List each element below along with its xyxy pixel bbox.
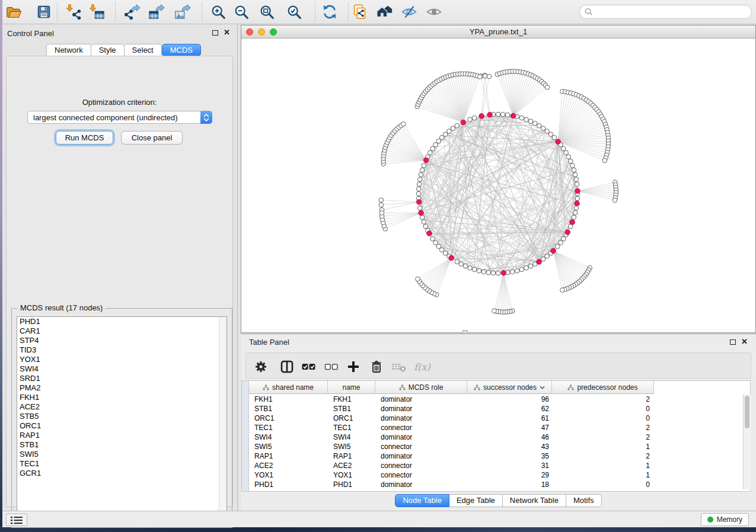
export-image-icon[interactable]: [174, 3, 192, 21]
table-cell[interactable]: 1: [552, 442, 654, 451]
tab-network[interactable]: Network: [46, 44, 91, 56]
column-header-name[interactable]: name: [328, 381, 375, 394]
table-row[interactable]: ACE2ACE2connector311: [249, 461, 654, 470]
tab-network-table[interactable]: Network Table: [503, 494, 566, 507]
table-cell[interactable]: dominator: [375, 414, 467, 423]
zoom-in-icon[interactable]: [209, 3, 227, 21]
close-table-panel-icon[interactable]: ✕: [741, 339, 748, 345]
search-field[interactable]: [579, 5, 752, 19]
table-cell[interactable]: ACE2: [249, 461, 328, 470]
table-row[interactable]: FKH1FKH1dominator962: [249, 395, 654, 404]
close-panel-button[interactable]: Close panel: [121, 131, 183, 145]
tab-select[interactable]: Select: [125, 44, 162, 56]
table-cell[interactable]: 2: [552, 451, 654, 461]
table-scrollbar[interactable]: [743, 395, 751, 489]
mcds-result-item[interactable]: FKH1: [17, 393, 227, 402]
table-cell[interactable]: FKH1: [328, 395, 375, 404]
table-cell[interactable]: 0: [552, 480, 654, 489]
mcds-result-list[interactable]: PHD1CAR1STP4TID3YOX1SWI4SRD1PMA2FKH1ACE2…: [17, 316, 227, 524]
mcds-result-item[interactable]: PMA2: [17, 383, 227, 393]
import-table-icon[interactable]: [88, 3, 106, 21]
show-panel-eye-icon[interactable]: [425, 3, 443, 21]
table-cell[interactable]: dominator: [375, 451, 467, 461]
tab-style[interactable]: Style: [91, 44, 125, 56]
table-cell[interactable]: SWI5: [328, 442, 375, 451]
network-canvas[interactable]: [241, 39, 755, 332]
import-network-icon[interactable]: [65, 3, 82, 21]
settings-gear-icon[interactable]: [253, 359, 269, 374]
show-columns-icon[interactable]: [279, 359, 295, 374]
select-all-icon[interactable]: [301, 359, 317, 374]
column-header-predecessor-nodes[interactable]: predecessor nodes: [552, 381, 654, 394]
table-row[interactable]: STB1STB1dominator620: [249, 404, 654, 414]
unselect-all-icon[interactable]: [324, 359, 339, 374]
table-cell[interactable]: 31: [467, 461, 552, 470]
table-cell[interactable]: 2: [552, 423, 654, 432]
table-cell[interactable]: FKH1: [249, 395, 328, 404]
table-cell[interactable]: ACE2: [328, 461, 375, 470]
tab-edge-table[interactable]: Edge Table: [449, 494, 503, 507]
mcds-result-item[interactable]: STB5: [17, 412, 227, 421]
mcds-result-item[interactable]: STB1: [17, 440, 227, 450]
network-window-titlebar[interactable]: YPA_prune.txt_1: [241, 25, 755, 39]
mcds-result-item[interactable]: RAP1: [17, 431, 227, 440]
task-history-button[interactable]: [6, 514, 27, 526]
mcds-result-item[interactable]: YOX1: [17, 355, 227, 364]
mcds-result-item[interactable]: GCR1: [17, 469, 227, 478]
tab-mcds[interactable]: MCDS: [162, 44, 201, 56]
table-cell[interactable]: SWI5: [249, 442, 328, 451]
table-cell[interactable]: SWI4: [249, 432, 328, 442]
table-cell[interactable]: YOX1: [249, 470, 328, 480]
optimization-criterion-select[interactable]: largest connected component (undirected): [27, 111, 212, 124]
table-cell[interactable]: TEC1: [249, 423, 328, 432]
tab-node-table[interactable]: Node Table: [395, 494, 449, 507]
table-cell[interactable]: 43: [467, 442, 552, 451]
table-cell[interactable]: 47: [467, 423, 552, 432]
mcds-result-item[interactable]: SWI5: [17, 450, 227, 459]
mcds-result-item[interactable]: STP4: [17, 336, 227, 345]
mcds-result-item[interactable]: TEC1: [17, 459, 227, 469]
table-cell[interactable]: RAP1: [249, 451, 328, 461]
table-cell[interactable]: 0: [552, 414, 654, 423]
hide-panel-eye-slash-icon[interactable]: [400, 3, 418, 21]
table-cell[interactable]: SWI4: [328, 432, 375, 442]
table-cell[interactable]: STB1: [328, 404, 375, 414]
memory-button[interactable]: Memory: [701, 513, 749, 526]
mcds-result-item[interactable]: ORC1: [17, 421, 227, 431]
table-cell[interactable]: 29: [467, 470, 552, 480]
table-cell[interactable]: dominator: [375, 480, 467, 489]
table-cell[interactable]: 35: [467, 451, 552, 461]
table-cell[interactable]: 1: [552, 470, 654, 480]
delete-row-trash-icon[interactable]: [369, 359, 384, 374]
float-table-panel-icon[interactable]: [730, 339, 736, 345]
homes-icon[interactable]: [376, 3, 394, 21]
run-mcds-button[interactable]: Run MCDS: [56, 131, 113, 145]
result-list-scrollbar[interactable]: [219, 317, 227, 523]
table-cell[interactable]: 0: [552, 404, 654, 414]
tab-motifs[interactable]: Motifs: [566, 494, 602, 507]
mcds-result-item[interactable]: PHD1: [17, 317, 227, 326]
export-network-icon[interactable]: [123, 3, 141, 21]
clone-network-icon[interactable]: [351, 3, 369, 21]
mcds-result-item[interactable]: TID3: [17, 345, 227, 355]
column-header-shared-name[interactable]: shared name: [249, 381, 328, 394]
table-cell[interactable]: 96: [467, 395, 552, 404]
mcds-result-item[interactable]: SWI4: [17, 364, 227, 374]
table-cell[interactable]: dominator: [375, 432, 467, 442]
column-header-successor-nodes[interactable]: successor nodes: [467, 381, 552, 394]
zoom-out-icon[interactable]: [232, 3, 250, 21]
open-session-icon[interactable]: [5, 3, 23, 21]
table-row[interactable]: YOX1YOX1connector291: [249, 470, 654, 480]
table-row[interactable]: PHD1PHD1dominator180: [249, 480, 654, 489]
mcds-result-item[interactable]: ACE2: [17, 402, 227, 412]
mcds-result-item[interactable]: CAR1: [17, 326, 227, 336]
mcds-result-item[interactable]: SRD1: [17, 374, 227, 383]
table-row[interactable]: RAP1RAP1dominator352: [249, 451, 654, 461]
search-input[interactable]: [595, 8, 751, 16]
table-cell[interactable]: dominator: [375, 395, 467, 404]
table-cell[interactable]: connector: [375, 423, 467, 432]
table-cell[interactable]: 2: [552, 395, 654, 404]
table-cell[interactable]: connector: [375, 442, 467, 451]
save-session-icon[interactable]: [35, 3, 53, 21]
column-header-mcds-role[interactable]: MCDS role: [375, 381, 467, 394]
